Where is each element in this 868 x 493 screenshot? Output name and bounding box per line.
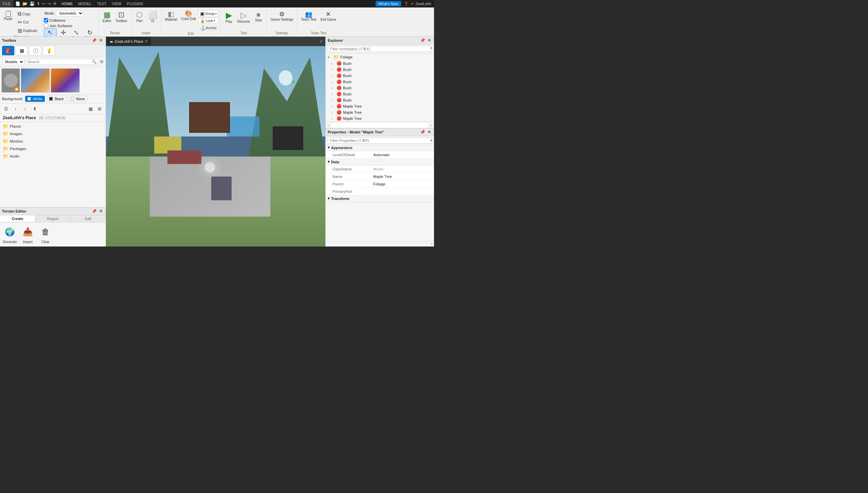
editor-button[interactable]: ▦ Editor — [101, 10, 113, 24]
exit-game-button[interactable]: ✕ Exit Game — [319, 10, 338, 22]
anchor-button[interactable]: ⚓ Anchor — [198, 24, 218, 31]
bg-white-button[interactable]: White — [25, 96, 45, 102]
search-icon[interactable]: 🔍 — [92, 59, 97, 64]
properties-pin-icon[interactable]: 📌 — [420, 129, 425, 135]
bush-item-5[interactable]: › 🔴 Bush — [326, 91, 434, 97]
menu-test[interactable]: TEST — [94, 0, 109, 7]
join-surfaces-checkbox[interactable] — [44, 23, 48, 28]
tab-grid[interactable]: ▦ — [16, 46, 28, 55]
group-dropdown[interactable]: ▣ Group ▾ — [198, 10, 218, 17]
whats-new-button[interactable]: What's New — [376, 1, 401, 6]
list-view-icon[interactable]: ⊞ — [95, 105, 104, 113]
cut-button[interactable]: ✂ Cut — [16, 18, 39, 26]
explorer-close-icon[interactable]: ✕ — [427, 38, 432, 43]
menu-plugins[interactable]: PLUGINS — [124, 0, 146, 7]
model-thumb-0[interactable]: ⬟ — [1, 68, 20, 93]
viewport-maximize-icon[interactable]: ⤢ — [317, 39, 325, 44]
viewport-tab[interactable]: ☁ ZeatLohh's Place ✕ — [106, 37, 152, 46]
color-edit-button[interactable]: 🎨 Color Edit — [179, 10, 198, 22]
model-thumb-2[interactable] — [51, 68, 80, 93]
data-section-header[interactable]: ▾ Data — [326, 159, 434, 165]
filter-icon[interactable]: ⚙ — [100, 59, 104, 64]
properties-close-icon[interactable]: ✕ — [427, 129, 432, 135]
explorer-filter-input[interactable] — [328, 46, 432, 52]
duplicate-button[interactable]: ⊞ Duplicate — [16, 27, 39, 35]
tree-item-images[interactable]: 📁 Images — [0, 130, 106, 138]
settings-icon[interactable]: ⚙ — [52, 1, 57, 6]
bush-item-0[interactable]: › 🔴 Bush — [326, 60, 434, 67]
tree-item-audio[interactable]: 📁 Audio — [0, 152, 106, 160]
lock-dropdown[interactable]: 🔒 Lock ▾ — [198, 18, 218, 24]
bush-item-3[interactable]: › 🔴 Bush — [326, 79, 434, 85]
explorer-scroll-right[interactable]: › — [429, 122, 434, 128]
next-icon[interactable]: › — [21, 105, 29, 113]
menu-view[interactable]: VIEW — [109, 0, 124, 7]
foliage-expand-arrow[interactable]: ▾ — [328, 55, 332, 59]
bush-0-arrow[interactable]: › — [331, 62, 335, 66]
tab-inventory[interactable]: 🎒 — [2, 46, 14, 55]
team-test-button[interactable]: 👥 Team Test — [299, 10, 318, 22]
explorer-scroll-left[interactable]: ‹ — [326, 122, 331, 128]
bg-none-button[interactable]: None — [68, 96, 87, 102]
publish-icon[interactable]: ⬆ — [36, 1, 41, 6]
collisions-checkbox[interactable] — [44, 18, 48, 22]
bush-item-6[interactable]: › 🔴 Bush — [326, 97, 434, 103]
terrain-clear-tool[interactable]: 🗑 Clear — [39, 225, 52, 244]
maple-item-1[interactable]: › 🔴 Maple Tree — [326, 109, 434, 115]
appearance-section-header[interactable]: ▾ Appearance — [326, 144, 434, 151]
category-dropdown[interactable]: Models Decals Audio — [2, 58, 24, 65]
transform-section-header[interactable]: ▾ Transform — [326, 195, 434, 202]
bush-item-4[interactable]: › 🔴 Bush — [326, 85, 434, 91]
terrain-pin-icon[interactable]: 📌 — [91, 208, 97, 214]
terrain-tab-create[interactable]: Create — [0, 215, 35, 222]
foliage-group-item[interactable]: ▾ 📁 Foliage — [326, 54, 434, 60]
tab-clock[interactable]: 🕐 — [29, 46, 41, 55]
scene-overlay[interactable]: Y — [106, 46, 325, 246]
terrain-generate-tool[interactable]: 🌍 Generate — [3, 225, 17, 244]
save-icon[interactable]: 💾 — [29, 1, 35, 6]
grid-view-icon[interactable]: ▦ — [87, 105, 95, 113]
menu-icon[interactable]: ☰ — [2, 105, 10, 113]
tab-bulb[interactable]: 💡 — [43, 46, 55, 55]
bg-black-button[interactable]: Black — [47, 96, 66, 102]
tree-item-packages[interactable]: 📁 Packages — [0, 145, 106, 152]
menu-home[interactable]: HOME — [59, 0, 75, 7]
tree-item-meshes[interactable]: 📁 Meshes — [0, 138, 106, 145]
menu-file[interactable]: FILE — [0, 0, 13, 7]
terrain-tab-region[interactable]: Region — [35, 215, 71, 222]
share-icon[interactable]: ↗ — [411, 2, 414, 6]
bush-item-1[interactable]: › 🔴 Bush — [326, 67, 434, 73]
open-file-icon[interactable]: 📂 — [22, 1, 28, 6]
properties-scroll-down-icon[interactable]: ▾ — [431, 242, 433, 246]
part-button[interactable]: ⬡ Part — [133, 10, 146, 24]
maple-item-0[interactable]: › 🔴 Maple Tree — [326, 103, 434, 109]
maple-item-2[interactable]: › 🔴 Maple Tree — [326, 115, 434, 122]
undo-icon[interactable]: ↩ — [41, 1, 46, 6]
explorer-pin-icon[interactable]: 📌 — [420, 38, 425, 43]
resume-button[interactable]: ▷ Resume — [236, 10, 252, 24]
stop-button[interactable]: ■ Stop — [252, 10, 265, 23]
tree-item-places[interactable]: 📁 Places — [0, 123, 106, 130]
toolbox-button[interactable]: ⊡ Toolbox — [114, 10, 129, 24]
help-icon[interactable]: ❓ — [404, 2, 409, 6]
copy-button[interactable]: ⧉ Copy — [16, 10, 39, 18]
terrain-close-icon[interactable]: ✕ — [98, 208, 104, 214]
paste-button[interactable]: 📋 Paste — [2, 9, 14, 22]
terrain-tab-edit[interactable]: Edit — [71, 215, 106, 222]
terrain-import-tool[interactable]: 📥 Import — [21, 225, 35, 244]
toolbox-close-icon[interactable]: ✕ — [98, 38, 104, 43]
upload-icon[interactable]: ⬆ — [31, 105, 39, 113]
bush-item-2[interactable]: › 🔴 Bush — [326, 73, 434, 79]
redo-icon[interactable]: ↪ — [47, 1, 52, 6]
toolbox-pin-icon[interactable]: 📌 — [91, 38, 97, 43]
viewport-tab-close[interactable]: ✕ — [145, 39, 148, 44]
play-button[interactable]: ▶ Play — [223, 10, 235, 24]
new-file-icon[interactable]: 📄 — [15, 1, 21, 6]
ui-button[interactable]: ⬜ UI — [146, 10, 159, 24]
viewport-content[interactable]: Y — [106, 46, 325, 246]
menu-model[interactable]: MODEL — [75, 0, 94, 7]
explorer-filter-options-icon[interactable]: ▾ — [430, 46, 432, 50]
model-thumb-1[interactable] — [21, 68, 50, 93]
mode-dropdown[interactable]: Geometric Physical — [56, 10, 84, 16]
game-settings-button[interactable]: ⚙ Game Settings — [269, 10, 295, 22]
